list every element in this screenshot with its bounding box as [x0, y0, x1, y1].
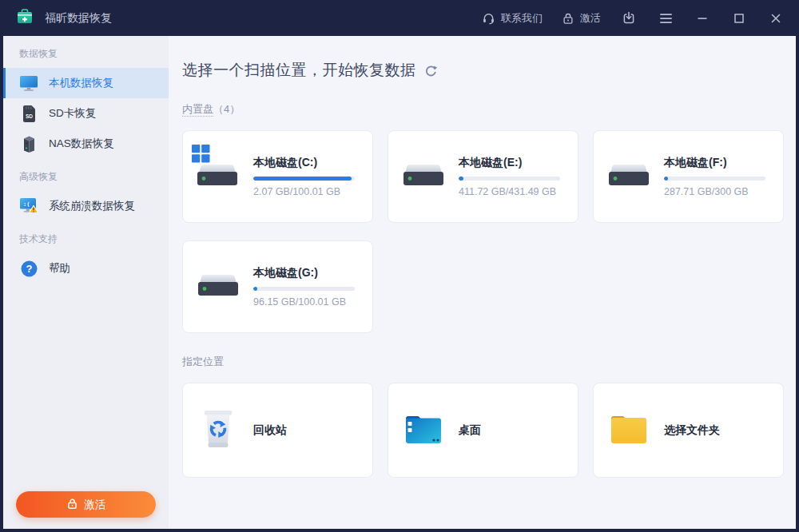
location-name: 选择文件夹: [664, 423, 765, 438]
sidebar-item-help[interactable]: ? 帮助: [3, 253, 169, 284]
sidebar-item-label: SD卡恢复: [49, 106, 96, 121]
internal-disks-label: 内置盘（4）: [182, 102, 784, 117]
drive-name: 本地磁盘(E:): [459, 156, 560, 170]
sidebar-item-label: 本机数据恢复: [49, 76, 113, 90]
drive-size: 96.15 GB/100.01 GB: [253, 296, 355, 308]
page-title: 选择一个扫描位置，开始恢复数据: [182, 60, 416, 81]
titlebar-activate-label: 激活: [580, 11, 601, 26]
location-name: 桌面: [459, 423, 560, 438]
svg-text:?: ?: [26, 263, 32, 275]
help-question-icon: ?: [19, 260, 38, 277]
titlebar: 福昕数据恢复 联系我们: [0, 0, 799, 36]
capacity-bar: [253, 287, 355, 291]
hard-drive-icon: [196, 273, 240, 300]
sidebar-item-local-recovery[interactable]: 本机数据恢复: [3, 68, 169, 98]
maximize-button[interactable]: [730, 10, 748, 27]
drive-name: 本地磁盘(F:): [664, 156, 765, 170]
capacity-bar: [664, 177, 765, 181]
internal-disks-grid: 本地磁盘(C:) 2.07 GB/100.01 GB: [182, 130, 784, 333]
activate-button[interactable]: 激活: [16, 491, 156, 518]
app-title: 福昕数据恢复: [45, 11, 112, 26]
main-content: 选择一个扫描位置，开始恢复数据 内置盘（4）: [169, 36, 796, 529]
specified-locations-label: 指定位置: [182, 355, 784, 369]
hard-drive-icon: [401, 163, 446, 190]
sidebar-item-label: 帮助: [49, 261, 70, 276]
crashed-monitor-warning-icon: :(: [19, 197, 38, 215]
titlebar-activate-button[interactable]: 激活: [562, 11, 601, 26]
sidebar-item-crash-recovery[interactable]: :( 系统崩溃数据恢复: [3, 191, 169, 221]
locations-grid: 回收站: [182, 383, 784, 478]
section-advanced-recovery: 高级恢复: [3, 159, 169, 191]
hard-drive-icon: [195, 163, 240, 190]
minimize-button[interactable]: [694, 10, 711, 27]
section-data-recovery: 数据恢复: [3, 36, 169, 68]
drive-name: 本地磁盘(G:): [253, 266, 355, 280]
recycle-bin-icon: [201, 408, 236, 453]
drive-card-c[interactable]: 本地磁盘(C:) 2.07 GB/100.01 GB: [182, 130, 373, 223]
lock-icon: [66, 498, 78, 512]
headset-icon: [482, 11, 495, 25]
sidebar-item-sd-card-recovery[interactable]: SD SD卡恢复: [3, 98, 169, 129]
sidebar-item-label: NAS数据恢复: [49, 137, 114, 151]
close-button[interactable]: [767, 10, 785, 27]
app-logo-icon: [16, 8, 34, 29]
menu-button[interactable]: [657, 10, 674, 27]
drive-card-g[interactable]: 本地磁盘(G:) 96.15 GB/100.01 GB: [182, 240, 373, 333]
windows-logo-icon: [192, 145, 210, 166]
drive-name: 本地磁盘(C:): [253, 156, 355, 170]
svg-text:SD: SD: [25, 113, 32, 118]
download-button[interactable]: [620, 10, 638, 27]
activate-button-label: 激活: [85, 498, 106, 512]
select-folder-card[interactable]: 选择文件夹: [593, 383, 784, 478]
app-window: 福昕数据恢复 联系我们: [0, 0, 799, 532]
refresh-icon[interactable]: [424, 65, 438, 78]
sidebar-item-nas-recovery[interactable]: NAS数据恢复: [3, 129, 169, 159]
sidebar: 数据恢复 本机数据恢复: [3, 36, 169, 529]
yellow-folder-icon: [608, 412, 650, 449]
capacity-bar: [253, 177, 355, 181]
drive-size: 2.07 GB/100.01 GB: [253, 186, 355, 197]
lock-icon: [562, 12, 574, 25]
drive-size: 287.71 GB/300 GB: [664, 186, 765, 197]
nas-server-icon: [19, 135, 38, 153]
sidebar-item-label: 系统崩溃数据恢复: [49, 199, 135, 213]
desktop-card[interactable]: 桌面: [388, 383, 578, 478]
monitor-icon: [19, 75, 38, 92]
hard-drive-icon: [606, 163, 651, 190]
svg-text::(: :(: [23, 201, 30, 208]
recycle-bin-card[interactable]: 回收站: [182, 383, 373, 478]
location-name: 回收站: [253, 423, 355, 438]
sd-card-icon: SD: [19, 105, 38, 123]
drive-card-f[interactable]: 本地磁盘(F:) 287.71 GB/300 GB: [593, 130, 784, 223]
contact-us-button[interactable]: 联系我们: [482, 11, 543, 26]
drive-card-e[interactable]: 本地磁盘(E:) 411.72 GB/431.49 GB: [388, 130, 578, 223]
desktop-folder-icon: [403, 412, 444, 449]
capacity-bar: [459, 177, 560, 181]
section-tech-support: 技术支持: [3, 221, 169, 253]
contact-us-label: 联系我们: [501, 11, 543, 26]
drive-size: 411.72 GB/431.49 GB: [459, 186, 560, 197]
